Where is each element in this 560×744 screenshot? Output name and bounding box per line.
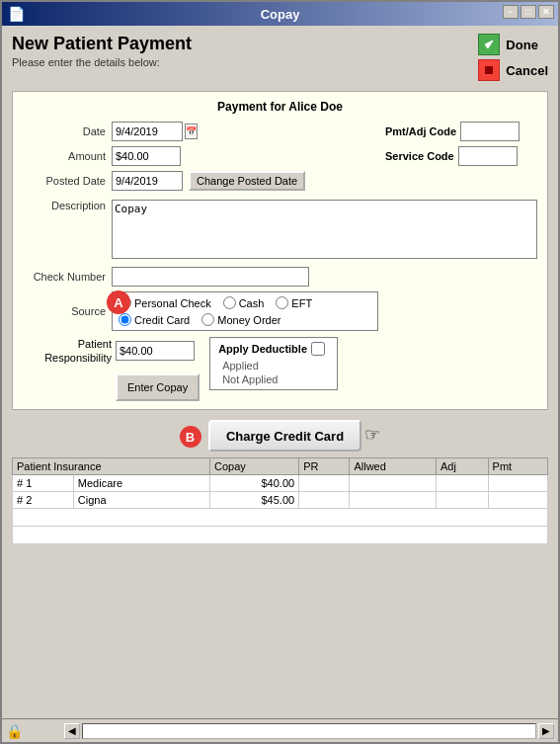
eft-radio[interactable]: [276, 296, 288, 309]
title-bar-icon: 📄: [8, 6, 25, 22]
date-row: Date 📅: [23, 122, 379, 141]
description-label: Description: [23, 200, 112, 211]
source-personal-check[interactable]: Personal Check: [119, 296, 211, 309]
window-title: Copay: [261, 7, 300, 22]
deductible-options: Applied Not Applied: [218, 360, 329, 385]
lock-icon: 🔒: [6, 723, 23, 739]
row2-copay: $45.00: [209, 492, 298, 509]
scroll-right-button[interactable]: ▶: [538, 723, 554, 739]
page-subtitle: Please enter the details below:: [12, 56, 192, 68]
date-input-group: 📅: [112, 122, 191, 141]
pmt-adj-code-label: Pmt/Adj Code: [385, 125, 456, 137]
insurance-table: Patient Insurance Copay PR Allwed Adj Pm…: [12, 457, 548, 544]
applied-label: Applied: [222, 360, 329, 372]
check-number-label: Check Number: [23, 271, 112, 283]
row1-num: # 1: [13, 475, 74, 492]
row1-copay: $40.00: [209, 475, 298, 492]
bottom-bar: 🔒 ◀ ▶: [2, 718, 558, 742]
maximize-button[interactable]: □: [520, 5, 536, 19]
row1-name: Medicare: [73, 475, 209, 492]
source-eft[interactable]: EFT: [276, 296, 312, 309]
row1-adj: [436, 475, 488, 492]
date-label: Date: [23, 125, 112, 137]
row1-pr: [299, 475, 350, 492]
enter-copay-button[interactable]: Enter Copay: [116, 373, 200, 401]
check-number-field[interactable]: [112, 267, 309, 287]
date-field[interactable]: [112, 122, 183, 141]
description-row: Description Copay: [23, 200, 537, 262]
page-title: New Patient Payment: [12, 34, 192, 54]
pmt-adj-code-field[interactable]: [460, 122, 520, 141]
deductible-box: Apply Deductible Applied Not Applied: [209, 337, 338, 390]
cancel-button[interactable]: Cancel: [478, 59, 548, 81]
patient-responsibility-field[interactable]: [116, 341, 195, 361]
close-button[interactable]: ✕: [538, 5, 554, 19]
apply-deductible-checkbox[interactable]: [311, 342, 325, 356]
amount-field[interactable]: [112, 146, 181, 166]
col-pr: PR: [299, 458, 350, 475]
change-posted-date-button[interactable]: Change Posted Date: [189, 171, 305, 191]
apply-deductible-row: Apply Deductible: [218, 342, 329, 356]
title-bar: 📄 Copay − □ ✕: [2, 2, 558, 26]
main-window: 📄 Copay − □ ✕ New Patient Payment Please…: [0, 0, 560, 744]
title-bar-controls: − □ ✕: [503, 5, 554, 19]
credit-card-radio[interactable]: [119, 313, 131, 326]
col-pmt: Pmt: [488, 458, 547, 475]
patient-responsibility-label: PatientResponsibility: [23, 337, 112, 366]
table-row-empty-2: [13, 527, 548, 544]
cash-radio[interactable]: [223, 296, 236, 309]
content-area: New Patient Payment Please enter the det…: [2, 26, 558, 718]
not-applied-label: Not Applied: [222, 373, 329, 385]
table-row-empty-1: [13, 509, 548, 527]
source-label: Source: [23, 305, 112, 317]
row2-pr: [299, 492, 350, 509]
pmt-adj-code-row: Pmt/Adj Code: [385, 122, 537, 141]
cursor-icon: ☞: [364, 424, 380, 446]
amount-row: Amount: [23, 146, 379, 166]
posted-date-field[interactable]: [112, 171, 183, 191]
apply-deductible-label: Apply Deductible: [218, 343, 307, 355]
check-number-row: Check Number: [23, 267, 537, 287]
bottom-form-row: PatientResponsibility Enter Copay Apply …: [23, 337, 537, 401]
amount-label: Amount: [23, 150, 112, 162]
service-code-row: Service Code: [385, 146, 537, 166]
row2-num: # 2: [13, 492, 74, 509]
done-button[interactable]: Done: [478, 34, 548, 55]
source-money-order[interactable]: Money Order: [201, 313, 280, 326]
done-icon: [478, 34, 500, 55]
service-code-field[interactable]: [458, 146, 518, 166]
description-field[interactable]: Copay: [112, 200, 537, 259]
posted-date-row: Posted Date Change Posted Date: [23, 171, 379, 191]
minimize-button[interactable]: −: [503, 5, 519, 19]
col-patient-insurance: Patient Insurance: [13, 458, 210, 475]
row2-pmt: [488, 492, 547, 509]
source-credit-card[interactable]: Credit Card: [119, 313, 190, 326]
panel-title: Payment for Alice Doe: [23, 100, 537, 114]
source-radio-group: A Personal Check Cash EFT Credit Card: [112, 291, 378, 331]
header-row: New Patient Payment Please enter the det…: [12, 34, 548, 81]
money-order-radio[interactable]: [201, 313, 214, 326]
row2-adj: [436, 492, 488, 509]
header-left: New Patient Payment Please enter the det…: [12, 34, 192, 68]
form-panel: Payment for Alice Doe Date 📅 Amount: [12, 91, 548, 410]
done-label: Done: [506, 38, 538, 52]
calendar-icon[interactable]: 📅: [185, 124, 198, 139]
badge-b: B: [180, 426, 201, 448]
charge-credit-card-button[interactable]: Charge Credit Card: [208, 420, 361, 452]
source-row: Source A Personal Check Cash EFT Credit …: [23, 291, 537, 331]
cancel-label: Cancel: [506, 63, 548, 78]
col-adj: Adj: [436, 458, 488, 475]
row1-pmt: [488, 475, 547, 492]
svg-rect-1: [485, 66, 493, 74]
scroll-left-button[interactable]: ◀: [64, 723, 80, 739]
source-cash[interactable]: Cash: [223, 296, 265, 309]
col-allwed: Allwed: [350, 458, 437, 475]
row1-allwed: [350, 475, 437, 492]
row2-allwed: [350, 492, 437, 509]
svg-marker-0: [485, 41, 493, 48]
charge-button-container: B Charge Credit Card ☞: [12, 420, 548, 453]
badge-a: A: [107, 290, 130, 314]
col-copay: Copay: [209, 458, 298, 475]
action-buttons: Done Cancel: [478, 34, 548, 81]
table-row: # 1 Medicare $40.00: [13, 475, 548, 492]
